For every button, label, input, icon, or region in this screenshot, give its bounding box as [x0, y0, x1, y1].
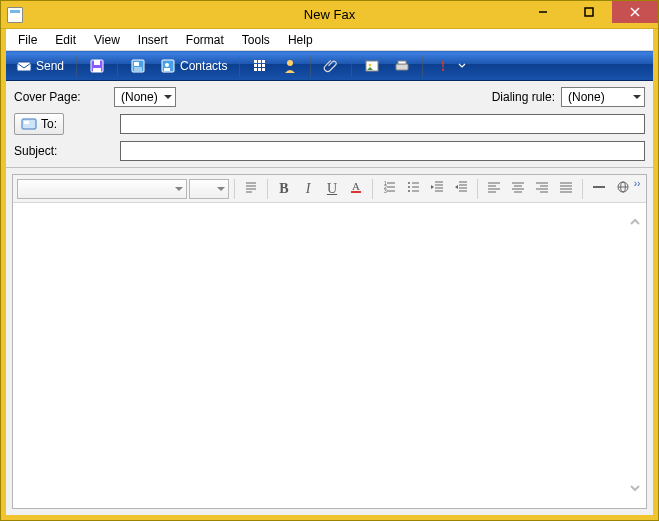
fmt-separator — [372, 179, 373, 199]
message-body[interactable] — [13, 203, 646, 508]
svg-rect-9 — [134, 62, 139, 66]
format-toolbar: B I U A 123 — [13, 175, 646, 203]
align-right-icon — [535, 180, 549, 197]
svg-point-48 — [408, 190, 410, 192]
cover-page-select[interactable]: (None) — [114, 87, 176, 107]
font-size-select[interactable] — [189, 179, 229, 199]
toolbar-separator — [422, 55, 423, 77]
editor-wrap: B I U A 123 — [6, 168, 653, 515]
link-icon — [616, 180, 630, 197]
toolbar-overflow-button[interactable]: ›› — [630, 178, 644, 200]
send-button[interactable]: Send — [10, 54, 70, 78]
menu-view[interactable]: View — [86, 31, 128, 49]
svg-rect-17 — [262, 60, 265, 63]
priority-dropdown[interactable] — [457, 54, 467, 78]
italic-button[interactable]: I — [297, 178, 319, 200]
indent-button[interactable] — [450, 178, 472, 200]
font-color-button[interactable]: A — [345, 178, 367, 200]
menu-tools[interactable]: Tools — [234, 31, 278, 49]
dialing-rule-label: Dialing rule: — [492, 90, 555, 104]
fmt-separator — [582, 179, 583, 199]
svg-rect-1 — [585, 8, 593, 16]
send-label: Send — [36, 59, 64, 73]
scan-button[interactable] — [388, 54, 416, 78]
paragraph-style-button[interactable] — [240, 178, 262, 200]
svg-rect-18 — [254, 64, 257, 67]
contacts-label: Contacts — [180, 59, 227, 73]
grid-icon — [252, 58, 268, 74]
svg-rect-19 — [258, 64, 261, 67]
svg-rect-27 — [396, 64, 408, 70]
to-input[interactable] — [120, 114, 645, 134]
toolbar-separator — [239, 55, 240, 77]
svg-text:3: 3 — [384, 188, 387, 194]
toolbar-separator — [117, 55, 118, 77]
font-name-select[interactable] — [17, 179, 187, 199]
main-toolbar: Send Contacts — [6, 51, 653, 81]
svg-rect-7 — [93, 68, 101, 72]
numbered-list-icon: 123 — [382, 180, 396, 197]
fmt-separator — [477, 179, 478, 199]
align-center-icon — [511, 180, 525, 197]
insert-picture-button[interactable] — [358, 54, 386, 78]
maximize-button[interactable] — [566, 1, 612, 23]
chevron-right-icon: ›› — [634, 178, 641, 189]
sender-info-button[interactable] — [276, 54, 304, 78]
svg-rect-23 — [262, 68, 265, 71]
font-color-icon: A — [349, 180, 363, 197]
numbered-list-button[interactable]: 123 — [378, 178, 400, 200]
priority-button[interactable]: ! — [429, 54, 457, 78]
contacts-button[interactable]: Contacts — [154, 54, 233, 78]
bold-button[interactable]: B — [273, 178, 295, 200]
align-center-button[interactable] — [507, 178, 529, 200]
underline-icon: U — [327, 181, 337, 197]
svg-text:!: ! — [441, 58, 446, 74]
svg-rect-28 — [398, 61, 406, 64]
to-icon — [21, 116, 37, 132]
bullet-list-button[interactable] — [402, 178, 424, 200]
menu-bar: File Edit View Insert Format Tools Help — [6, 29, 653, 51]
scroll-up-hint — [625, 211, 645, 234]
indent-icon — [454, 180, 468, 197]
svg-rect-4 — [17, 62, 31, 71]
menu-format[interactable]: Format — [178, 31, 232, 49]
align-left-icon — [487, 180, 501, 197]
client-area: File Edit View Insert Format Tools Help … — [1, 29, 658, 520]
svg-rect-22 — [258, 68, 261, 71]
svg-rect-14 — [164, 68, 170, 71]
outdent-button[interactable] — [426, 178, 448, 200]
toolbar-separator — [351, 55, 352, 77]
contacts-icon — [160, 58, 176, 74]
menu-edit[interactable]: Edit — [47, 31, 84, 49]
address-book-icon — [130, 58, 146, 74]
svg-point-13 — [165, 63, 169, 67]
svg-rect-31 — [24, 121, 29, 124]
close-button[interactable] — [612, 1, 658, 23]
scroll-down-hint — [625, 477, 645, 500]
insert-hr-button[interactable] — [588, 178, 610, 200]
check-names-button[interactable] — [246, 54, 274, 78]
menu-insert[interactable]: Insert — [130, 31, 176, 49]
menu-help[interactable]: Help — [280, 31, 321, 49]
title-bar[interactable]: New Fax — [1, 1, 658, 29]
subject-input[interactable] — [120, 141, 645, 161]
address-book-button[interactable] — [124, 54, 152, 78]
svg-rect-37 — [351, 191, 361, 193]
align-left-button[interactable] — [483, 178, 505, 200]
bullet-list-icon — [406, 180, 420, 197]
minimize-button[interactable] — [520, 1, 566, 23]
attach-button[interactable] — [317, 54, 345, 78]
window-frame: New Fax File Edit View Insert Format Too… — [0, 0, 659, 521]
menu-file[interactable]: File — [10, 31, 45, 49]
message-header: Cover Page: (None) Dialing rule: (None) … — [6, 81, 653, 168]
paragraph-icon — [244, 180, 258, 197]
align-justify-button[interactable] — [555, 178, 577, 200]
save-button[interactable] — [83, 54, 111, 78]
align-justify-icon — [559, 180, 573, 197]
dialing-rule-select[interactable]: (None) — [561, 87, 645, 107]
align-right-button[interactable] — [531, 178, 553, 200]
to-button[interactable]: To: — [14, 113, 64, 135]
dialing-rule-value: (None) — [568, 90, 605, 104]
svg-rect-6 — [94, 60, 100, 65]
underline-button[interactable]: U — [321, 178, 343, 200]
